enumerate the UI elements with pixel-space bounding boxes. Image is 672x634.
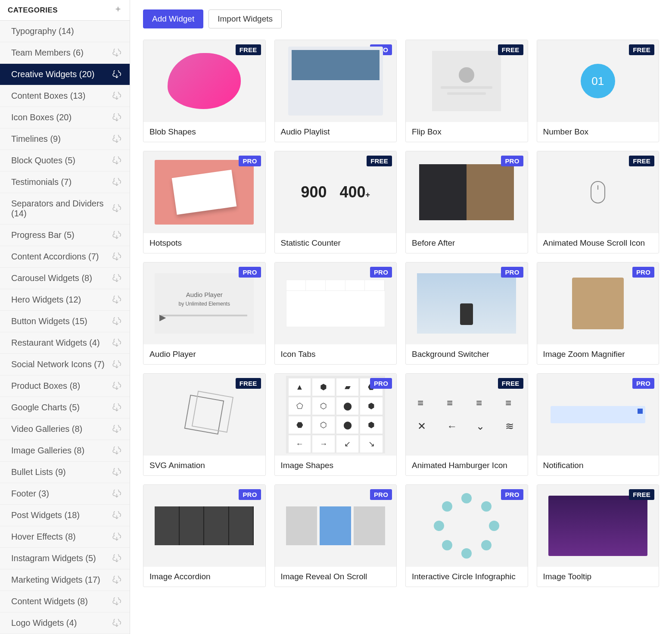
widget-title: Image Shapes	[275, 456, 397, 475]
cloud-download-icon[interactable]	[112, 619, 121, 628]
sidebar-item-22[interactable]: Post Widgets (18)	[0, 505, 130, 526]
audio-player-thumb: Audio Playerby Unlimited Elements▶	[155, 273, 254, 334]
sidebar-item-3[interactable]: Content Boxes (13)	[0, 85, 130, 107]
widget-thumbnail: FREE	[143, 40, 265, 122]
cloud-download-icon[interactable]	[112, 360, 121, 369]
cloud-download-icon[interactable]	[112, 70, 121, 79]
cloud-download-icon[interactable]	[112, 156, 121, 165]
cloud-download-icon[interactable]	[112, 339, 121, 347]
sidebar-item-23[interactable]: Hover Effects (8)	[0, 526, 130, 548]
sidebar-item-24[interactable]: Instagram Widgets (5)	[0, 548, 130, 569]
cloud-download-icon[interactable]	[112, 533, 121, 541]
widget-card[interactable]: FREE Image Tooltip	[537, 484, 660, 587]
cloud-download-icon[interactable]	[112, 425, 121, 434]
cloud-download-icon[interactable]	[112, 382, 121, 390]
cloud-download-icon[interactable]	[112, 317, 121, 326]
cloud-download-icon[interactable]	[112, 274, 121, 283]
widget-card[interactable]: PRO Image Reveal On Scroll	[274, 484, 397, 587]
sidebar-item-26[interactable]: Content Widgets (8)	[0, 591, 130, 612]
widget-card[interactable]: PRO Image Zoom Magnifier	[537, 262, 660, 365]
cloud-download-icon[interactable]	[112, 490, 121, 498]
sidebar-item-15[interactable]: Social Network Icons (7)	[0, 354, 130, 375]
sidebar-item-label: Image Galleries (8)	[11, 446, 84, 456]
cloud-download-icon[interactable]	[112, 468, 121, 477]
widget-card[interactable]: PRO ▲⬢▰⬣⬠⬡⬤⬢⬣⬡⬤⬢←→↙↘ Image Shapes	[274, 373, 397, 476]
widget-card[interactable]: PRO Notification	[537, 373, 660, 476]
widget-card[interactable]: FREE 900400+ Statistic Counter	[274, 151, 397, 253]
sidebar-item-17[interactable]: Google Charts (5)	[0, 397, 130, 419]
sidebar: CATEGORIES Typography (14)Team Members (…	[0, 0, 130, 634]
sidebar-item-0[interactable]: Typography (14)	[0, 21, 130, 42]
hamburger-thumb: ≡≡≡≡✕←⌄≋	[417, 397, 516, 432]
widget-card[interactable]: FREE 01 Number Box	[537, 40, 660, 142]
widget-card[interactable]: PRO Audio Playlist	[274, 40, 397, 142]
cloud-download-icon[interactable]	[112, 231, 121, 240]
cloud-download-icon[interactable]	[112, 576, 121, 584]
sidebar-item-27[interactable]: Logo Widgets (4)	[0, 612, 130, 634]
widget-card[interactable]: PRO Before After	[405, 151, 528, 253]
cloud-download-icon[interactable]	[112, 178, 121, 187]
badge-free: FREE	[629, 156, 654, 166]
add-category-icon[interactable]	[114, 5, 122, 15]
sidebar-item-label: Content Widgets (8)	[11, 597, 88, 606]
cloud-download-icon[interactable]	[112, 554, 121, 563]
widget-thumbnail: PRO Audio Playerby Unlimited Elements▶	[143, 262, 265, 344]
widget-thumbnail: PRO	[275, 262, 397, 344]
cloud-download-icon[interactable]	[112, 597, 121, 606]
sidebar-item-9[interactable]: Progress Bar (5)	[0, 225, 130, 246]
widget-card[interactable]: PRO Hotspots	[143, 151, 266, 253]
widget-card[interactable]: FREE Blob Shapes	[143, 40, 266, 142]
cloud-download-icon[interactable]	[112, 92, 121, 100]
sidebar-item-2[interactable]: Creative Widgets (20)	[0, 64, 130, 85]
sidebar-item-18[interactable]: Video Galleries (8)	[0, 419, 130, 440]
sidebar-item-14[interactable]: Restaurant Widgets (4)	[0, 332, 130, 354]
sidebar-item-19[interactable]: Image Galleries (8)	[0, 440, 130, 462]
sidebar-item-10[interactable]: Content Accordions (7)	[0, 246, 130, 268]
widget-card[interactable]: PRO Background Switcher	[405, 262, 528, 365]
sidebar-item-label: Button Widgets (15)	[11, 316, 87, 326]
add-widget-button[interactable]: Add Widget	[143, 9, 203, 28]
sidebar-item-16[interactable]: Product Boxes (8)	[0, 375, 130, 397]
sidebar-item-label: Post Widgets (18)	[11, 510, 80, 520]
sidebar-item-13[interactable]: Button Widgets (15)	[0, 311, 130, 332]
widget-card[interactable]: PRO Image Accordion	[143, 484, 266, 587]
widget-card[interactable]: FREE ≡≡≡≡✕←⌄≋ Animated Hamburger Icon	[405, 373, 528, 476]
cloud-download-icon[interactable]	[112, 113, 121, 122]
import-widgets-button[interactable]: Import Widgets	[208, 9, 282, 28]
widget-title: Icon Tabs	[275, 344, 397, 364]
badge-free: FREE	[629, 44, 654, 55]
sidebar-item-11[interactable]: Carousel Widgets (8)	[0, 268, 130, 289]
blob-thumb	[168, 53, 241, 109]
cloud-download-icon[interactable]	[112, 204, 121, 213]
widget-card[interactable]: FREE Animated Mouse Scroll Icon	[537, 151, 660, 253]
sidebar-item-21[interactable]: Footer (3)	[0, 483, 130, 505]
badge-free: FREE	[629, 489, 654, 500]
widget-card[interactable]: PRO Icon Tabs	[274, 262, 397, 365]
badge-pro: PRO	[239, 156, 261, 166]
widget-card[interactable]: FREE SVG Animation	[143, 373, 266, 476]
cloud-download-icon[interactable]	[112, 135, 121, 144]
cloud-download-icon[interactable]	[112, 296, 121, 304]
sidebar-item-20[interactable]: Bullet Lists (9)	[0, 462, 130, 483]
cloud-download-icon[interactable]	[112, 403, 121, 412]
cloud-download-icon[interactable]	[112, 49, 121, 57]
widget-title: Statistic Counter	[275, 233, 397, 253]
widget-card[interactable]: PRO Audio Playerby Unlimited Elements▶ A…	[143, 262, 266, 365]
cloud-download-icon[interactable]	[112, 253, 121, 261]
badge-free: FREE	[367, 156, 392, 166]
tabs-thumb	[286, 280, 385, 327]
cloud-download-icon[interactable]	[112, 511, 121, 520]
sidebar-item-4[interactable]: Icon Boxes (20)	[0, 107, 130, 128]
sidebar-item-12[interactable]: Hero Widgets (12)	[0, 289, 130, 311]
sidebar-item-25[interactable]: Marketing Widgets (17)	[0, 569, 130, 591]
widget-card[interactable]: FREE Flip Box	[405, 40, 528, 142]
sidebar-item-8[interactable]: Separators and Dividers (14)	[0, 193, 130, 225]
sidebar-item-1[interactable]: Team Members (6)	[0, 42, 130, 64]
bg-switcher-thumb	[417, 273, 516, 334]
sidebar-item-label: Logo Widgets (4)	[11, 618, 77, 628]
widget-card[interactable]: PRO Interactive Circle Infographic	[405, 484, 528, 587]
sidebar-item-7[interactable]: Testimonials (7)	[0, 172, 130, 193]
sidebar-item-6[interactable]: Block Quotes (5)	[0, 150, 130, 172]
cloud-download-icon[interactable]	[112, 447, 121, 455]
sidebar-item-5[interactable]: Timelines (9)	[0, 128, 130, 150]
